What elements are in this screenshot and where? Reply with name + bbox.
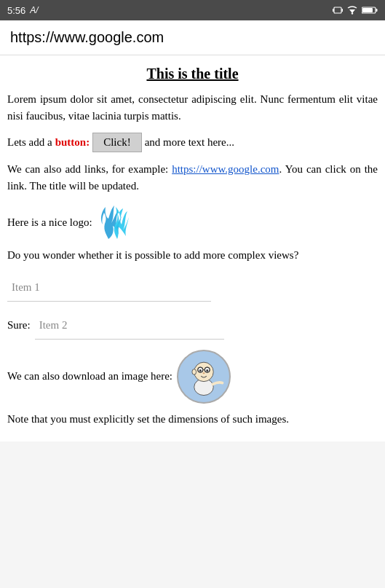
google-link[interactable]: https://www.google.com — [172, 163, 279, 175]
svg-rect-6 — [362, 8, 373, 12]
svg-rect-7 — [376, 9, 378, 12]
svg-rect-0 — [334, 7, 341, 13]
url-display: https://www.google.com — [10, 29, 164, 45]
click-button[interactable]: Click! — [92, 133, 142, 152]
sure-line: Sure: Item 2 — [7, 312, 378, 340]
complex-text: Do you wonder whether it is possible to … — [7, 247, 378, 264]
svg-marker-3 — [349, 9, 355, 13]
button-line-prefix: Lets add a — [7, 136, 52, 149]
download-line: We can also download an image here: — [7, 350, 378, 404]
address-bar[interactable]: https://www.google.com — [0, 20, 385, 55]
status-right — [333, 5, 378, 15]
svg-point-15 — [203, 372, 205, 374]
vibrate-icon — [333, 5, 343, 15]
svg-point-16 — [192, 369, 197, 375]
status-left: 5:56 A/ — [7, 5, 39, 16]
note-text: Note that you must explicitly set the di… — [7, 411, 378, 428]
sure-label: Sure: — [7, 312, 31, 332]
time-display: 5:56 — [7, 5, 25, 16]
svg-rect-1 — [333, 9, 334, 12]
link-prefix: We can also add links, for example: — [7, 163, 172, 175]
svg-rect-2 — [342, 9, 344, 12]
link-paragraph: We can also add links, for example: http… — [7, 161, 378, 194]
page-content: This is the title Lorem ipsum dolor sit … — [0, 55, 385, 442]
svg-point-13 — [199, 369, 202, 372]
character-image — [177, 350, 231, 404]
status-bar: 5:56 A/ — [0, 0, 385, 20]
image-section: We can also download an image here: — [7, 350, 378, 404]
flame-logo — [95, 203, 139, 243]
download-text: We can also download an image here: — [7, 370, 172, 383]
sure-list: Item 2 — [35, 312, 224, 340]
button-line: Lets add a button: Click! and more text … — [7, 133, 378, 152]
logo-line: Here is a nice logo: — [7, 203, 378, 243]
svg-point-10 — [194, 362, 213, 381]
list-item-2[interactable]: Item 2 — [35, 312, 224, 340]
svg-point-4 — [352, 12, 353, 14]
svg-point-14 — [206, 369, 208, 372]
button-line-suffix: and more text here... — [145, 136, 234, 149]
list-container: Item 1 — [7, 274, 211, 302]
page-title: This is the title — [7, 66, 378, 82]
font-icon: A/ — [30, 5, 38, 15]
logo-label: Here is a nice logo: — [7, 216, 92, 229]
battery-icon — [362, 6, 378, 15]
list-item[interactable]: Item 1 — [7, 274, 211, 302]
wifi-icon — [346, 6, 358, 15]
paragraph-1: Lorem ipsum dolor sit amet, consectetur … — [7, 91, 378, 124]
button-word: button: — [55, 136, 90, 149]
